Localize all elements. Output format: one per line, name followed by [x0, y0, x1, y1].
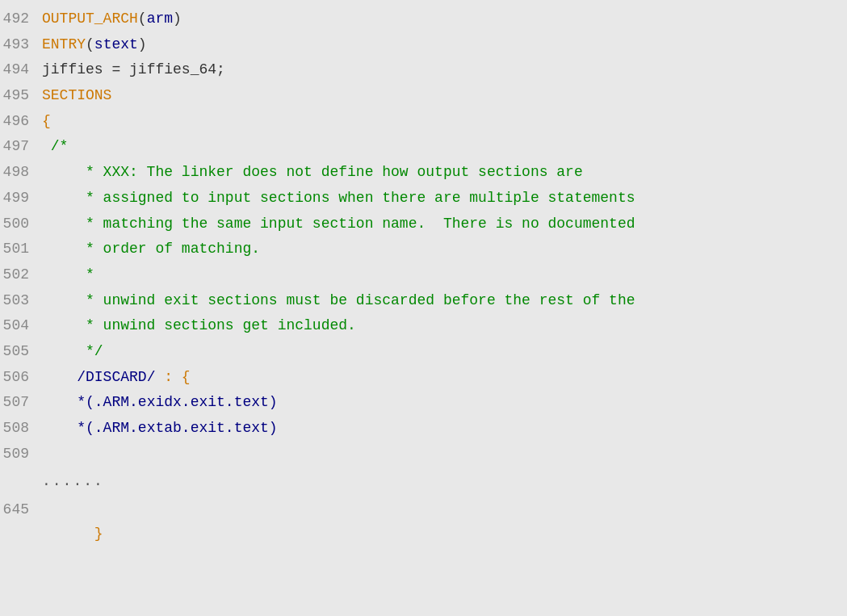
code-line: 498 * XXX: The linker does not define ho…	[0, 160, 847, 186]
code-line: 509	[0, 442, 847, 467]
line-number: 506	[0, 366, 42, 390]
line-content: * assigned to input sections when there …	[42, 186, 847, 211]
line-content: SECTIONS	[42, 84, 847, 108]
code-line: 496{	[0, 109, 847, 135]
code-line: 497 /*	[0, 134, 847, 160]
last-code-line: 645 }	[0, 497, 847, 571]
line-number: 496	[0, 110, 42, 134]
line-content: *(.ARM.exidx.exit.text)	[42, 391, 847, 415]
code-line: 494jiffies = jiffies_64;	[0, 57, 847, 83]
line-content: * matching the same input section name. …	[42, 212, 847, 237]
code-line: 501 * order of matching.	[0, 237, 847, 262]
code-line: 493ENTRY(stext)	[0, 32, 847, 58]
line-number: 500	[0, 212, 42, 237]
line-number: 494	[0, 58, 42, 82]
ellipsis-row: ......	[0, 467, 847, 497]
line-content: *(.ARM.extab.exit.text)	[42, 417, 847, 441]
line-content: ENTRY(stext)	[42, 33, 847, 57]
line-number: 501	[0, 237, 42, 262]
line-content: /DISCARD/ : {	[42, 366, 847, 390]
line-content: * unwind exit sections must be discarded…	[42, 289, 847, 313]
code-line: 504 * unwind sections get included.	[0, 313, 847, 339]
line-content: * order of matching.	[42, 237, 847, 262]
line-content: /*	[42, 135, 847, 159]
code-line: 500 * matching the same input section na…	[0, 212, 847, 237]
code-editor: 492OUTPUT_ARCH(arm)493ENTRY(stext)494jif…	[0, 0, 847, 577]
line-number: 498	[0, 161, 42, 185]
line-content: * unwind sections get included.	[42, 314, 847, 338]
code-line: 507 *(.ARM.exidx.exit.text)	[0, 390, 847, 416]
line-content	[42, 442, 847, 467]
line-content: jiffies = jiffies_64;	[42, 58, 847, 82]
line-content: {	[42, 110, 847, 134]
line-number: 495	[0, 84, 42, 108]
code-line: 503 * unwind exit sections must be disca…	[0, 288, 847, 314]
line-number: 508	[0, 417, 42, 441]
line-content: */	[42, 340, 847, 364]
last-line-number: 645	[0, 498, 42, 522]
code-line: 499 * assigned to input sections when th…	[0, 186, 847, 212]
ellipsis-dots: ......	[0, 470, 104, 494]
code-line: 492OUTPUT_ARCH(arm)	[0, 6, 847, 32]
line-number: 503	[0, 289, 42, 313]
code-line: 506 /DISCARD/ : {	[0, 365, 847, 391]
line-number: 499	[0, 186, 42, 211]
line-number: 507	[0, 391, 42, 415]
line-number: 504	[0, 314, 42, 338]
code-line: 505 */	[0, 339, 847, 365]
line-number: 497	[0, 135, 42, 159]
line-number: 502	[0, 263, 42, 287]
line-number: 509	[0, 442, 42, 467]
code-line: 495SECTIONS	[0, 83, 847, 109]
code-line: 502 *	[0, 262, 847, 288]
line-content: * XXX: The linker does not define how ou…	[42, 161, 847, 185]
last-line-content: }	[42, 498, 847, 570]
line-number: 493	[0, 33, 42, 57]
code-line: 508 *(.ARM.extab.exit.text)	[0, 416, 847, 442]
line-content: *	[42, 263, 847, 287]
line-number: 505	[0, 340, 42, 364]
line-number: 492	[0, 7, 42, 31]
line-content: OUTPUT_ARCH(arm)	[42, 7, 847, 31]
